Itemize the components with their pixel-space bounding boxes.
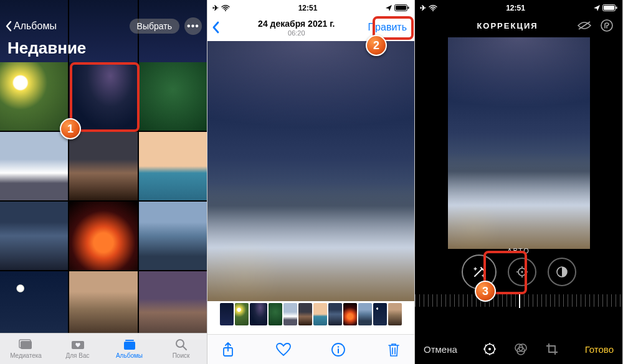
cancel-button[interactable]: Отмена	[424, 344, 457, 355]
photo-thumbnail[interactable]	[139, 271, 207, 340]
filmstrip-thumb[interactable]	[343, 303, 357, 325]
tab-label: Альбомы	[116, 352, 143, 359]
photo-thumbnail[interactable]	[139, 132, 207, 200]
tab-label: Медиатека	[10, 352, 42, 359]
photo-thumbnail[interactable]	[139, 62, 207, 131]
editor-bottom-bar: Отмена Готово	[415, 334, 622, 364]
header-spacer	[422, 17, 439, 34]
svg-rect-13	[396, 6, 406, 10]
photo-thumbnail[interactable]	[69, 132, 137, 200]
bottom-toolbar	[207, 334, 414, 364]
status-bar: ✈ 12:51	[207, 0, 414, 14]
photo-time: 06:20	[229, 29, 364, 37]
svg-point-9	[176, 340, 184, 347]
back-to-albums[interactable]: Альбомы	[5, 21, 57, 32]
exposure-icon	[515, 265, 529, 279]
editor-header: КОРРЕКЦИЯ	[415, 14, 622, 37]
svg-rect-21	[604, 6, 614, 10]
more-button[interactable]: •••	[184, 17, 202, 35]
filmstrip-thumb[interactable]	[328, 303, 342, 325]
tab-search[interactable]: Поиск	[155, 334, 207, 364]
markup-button[interactable]	[599, 17, 615, 34]
back-button[interactable]	[211, 21, 229, 34]
filmstrip-thumb[interactable]	[298, 303, 312, 325]
status-bar: ✈ 12:51	[415, 0, 622, 14]
filmstrip-thumb[interactable]	[388, 303, 402, 325]
back-label: Альбомы	[14, 21, 57, 32]
photo-thumbnail[interactable]	[0, 271, 68, 340]
svg-point-17	[338, 346, 339, 347]
filmstrip-thumb[interactable]	[235, 303, 249, 325]
mode-adjust[interactable]	[482, 342, 497, 357]
airplane-mode-icon: ✈	[420, 4, 426, 12]
photo-thumbnail[interactable]	[0, 132, 68, 200]
filmstrip-thumb[interactable]	[358, 303, 372, 325]
filmstrip-thumb[interactable]	[269, 303, 282, 325]
filmstrip-thumb[interactable]	[313, 303, 327, 325]
tab-bar: Медиатека Для Вас Альбомы Поиск	[0, 333, 207, 364]
photo-thumbnail[interactable]	[69, 271, 137, 340]
library-icon	[19, 338, 34, 351]
status-time: 12:51	[437, 4, 594, 12]
photo-date: 24 декабря 2021 г.	[229, 19, 364, 29]
step-marker: 3	[475, 281, 496, 302]
brilliance-button[interactable]	[548, 258, 576, 286]
wifi-icon	[221, 5, 230, 11]
select-button[interactable]: Выбрать	[130, 19, 179, 34]
svg-point-19	[432, 10, 434, 11]
for-you-icon	[70, 338, 85, 351]
step-marker: 1	[60, 118, 81, 139]
status-time: 12:51	[230, 4, 386, 12]
edit-button[interactable]: Править	[364, 19, 411, 35]
svg-point-26	[521, 271, 523, 273]
photo-thumbnail[interactable]	[0, 62, 68, 131]
airplane-mode-icon: ✈	[212, 4, 219, 12]
favorite-button[interactable]	[275, 342, 292, 358]
location-icon	[594, 5, 600, 11]
done-button[interactable]: Готово	[585, 344, 614, 355]
mode-crop[interactable]	[545, 342, 559, 357]
svg-point-11	[225, 10, 226, 11]
tab-albums[interactable]: Альбомы	[103, 334, 155, 364]
photo-thumbnail[interactable]	[0, 202, 68, 270]
adjustment-carousel[interactable]	[415, 253, 622, 291]
exposure-button[interactable]	[508, 258, 536, 286]
svg-line-10	[183, 347, 186, 350]
svg-point-29	[488, 348, 491, 350]
svg-rect-18	[338, 348, 339, 353]
screen-album-grid: ✈ 12:51 Альбомы Выбрать	[0, 0, 207, 364]
photo-thumbnail-selected[interactable]	[69, 62, 137, 131]
location-icon	[386, 5, 392, 11]
battery-icon	[602, 4, 617, 11]
delete-button[interactable]	[386, 342, 402, 358]
photo-thumbnail[interactable]	[139, 202, 207, 270]
svg-rect-22	[616, 7, 617, 9]
search-icon	[174, 338, 189, 351]
step-marker: 2	[366, 35, 387, 56]
toggle-preview-button[interactable]	[576, 17, 592, 34]
mode-filters[interactable]	[513, 342, 528, 357]
filmstrip-thumb[interactable]	[373, 303, 387, 325]
share-button[interactable]	[220, 342, 236, 358]
screen-photo-viewer: ✈ 12:51 24 декабря 2021 г. 06:20 Править	[207, 0, 415, 364]
svg-rect-8	[124, 342, 135, 350]
svg-rect-14	[408, 7, 409, 9]
filmstrip-thumb[interactable]	[220, 303, 234, 325]
filmstrip[interactable]	[207, 301, 414, 327]
albums-icon	[122, 338, 137, 351]
adjustment-slider[interactable]	[415, 294, 622, 307]
photo-thumbnail[interactable]	[69, 202, 137, 270]
contrast-icon	[555, 265, 569, 279]
filmstrip-thumb[interactable]	[283, 303, 297, 325]
tab-for-you[interactable]: Для Вас	[52, 334, 103, 364]
filmstrip-thumb-current[interactable]	[250, 303, 267, 325]
magic-wand-icon	[471, 264, 487, 280]
photo-view[interactable]	[207, 41, 414, 301]
editor-photo[interactable]	[448, 37, 590, 249]
wifi-icon	[429, 5, 437, 11]
info-button[interactable]	[330, 342, 346, 358]
ellipsis-icon: •••	[187, 21, 199, 32]
svg-rect-7	[125, 340, 134, 341]
album-title: Недавние	[7, 39, 86, 58]
tab-library[interactable]: Медиатека	[0, 334, 52, 364]
